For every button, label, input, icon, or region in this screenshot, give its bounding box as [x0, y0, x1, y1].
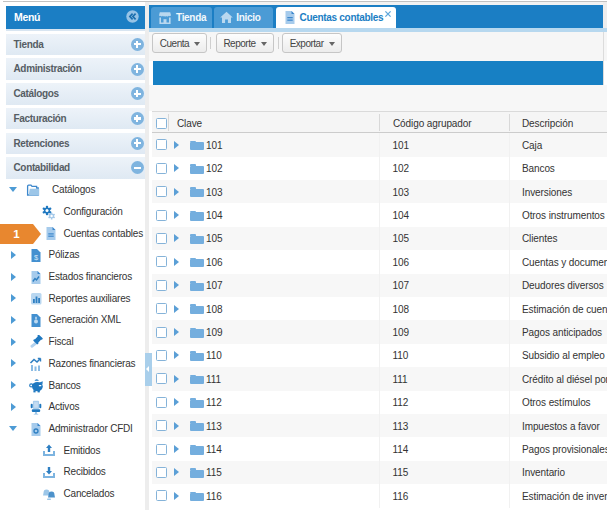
svg-text:1: 1: [13, 228, 20, 240]
